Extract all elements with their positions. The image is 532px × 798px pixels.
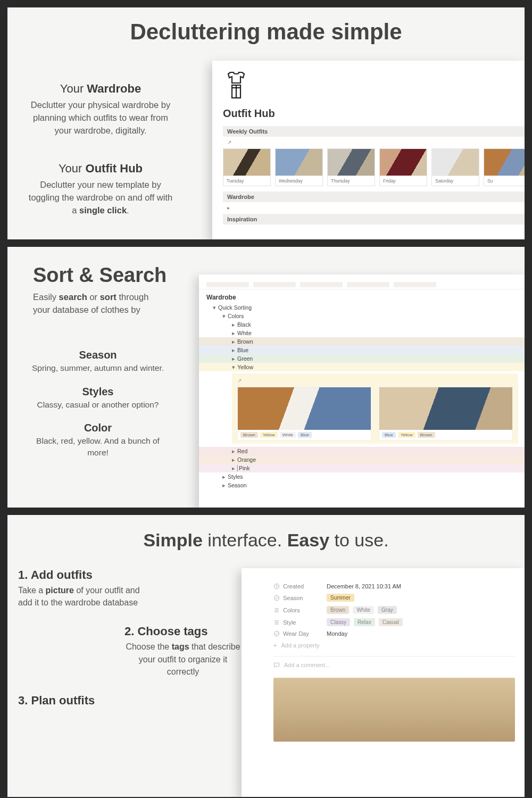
color-node[interactable]: ▸White	[199, 329, 525, 337]
day-card[interactable]: Friday	[379, 148, 427, 186]
expand-icon[interactable]: ↗	[237, 378, 513, 384]
day-card[interactable]: Tuesday	[223, 148, 271, 186]
day-card[interactable]: Su	[484, 148, 525, 186]
block-outfit-hub: Your Outfit Hub Declutter your new templ…	[26, 162, 175, 217]
tag-chip: White	[353, 606, 374, 614]
prop-wear-day[interactable]: Wear Day Monday	[273, 628, 515, 639]
section-wardrobe[interactable]: Wardrobe	[223, 192, 525, 202]
step-choose-tags: 2. Choose tags Choose the tags that desc…	[124, 625, 236, 678]
tag-chip: Casual	[379, 618, 403, 626]
tag-chip: Yellow	[260, 432, 278, 438]
color-node[interactable]: ▸Orange	[199, 455, 525, 464]
tab-strip	[199, 282, 525, 289]
comment-icon	[273, 662, 280, 668]
app-wardrobe-window: Wardrobe ▾Quick Sorting ▾Colors ▸Black ▸…	[199, 275, 525, 508]
tag-row: Blue Yellow Brown	[379, 430, 512, 440]
svg-point-4	[275, 595, 279, 600]
color-node[interactable]: ▸Red	[199, 447, 525, 455]
tag-chip: Blue	[382, 432, 396, 438]
tag-chip: Gray	[378, 606, 397, 614]
tag-summer: Summer	[327, 594, 354, 602]
tag-row: Brown Yellow White Blue	[238, 430, 371, 440]
outfit-thumbnail	[379, 387, 512, 430]
tab-ghost[interactable]	[253, 282, 296, 287]
tag-chip: Classy	[327, 618, 350, 626]
tab-ghost[interactable]	[206, 282, 249, 287]
steps-column: 1. Add outfits Take a picture of your ou…	[18, 568, 236, 724]
app-outfit-hub-window: Outfit Hub Weekly Outfits ↗ Tuesday Wedn…	[212, 61, 525, 239]
color-node[interactable]: ▸Pink	[199, 464, 525, 472]
block-wardrobe-body: Declutter your physical wardrobe by plan…	[26, 99, 175, 137]
tag-chip: Blue	[298, 432, 312, 438]
cat-season: Season Spring, summer, autumn and winter…	[29, 349, 167, 374]
category-list: Season Spring, summer, autumn and winter…	[29, 337, 167, 459]
outfit-thumbnail	[238, 387, 371, 430]
select-icon	[273, 595, 280, 601]
block-outfit-hub-body: Declutter your new template by toggling …	[26, 179, 175, 217]
yellow-results: ↗ Brown Yellow White Blue	[232, 373, 518, 444]
cat-styles: Styles Classy, casual or another option?	[29, 386, 167, 411]
panel3-title: Simple interface. Easy to use.	[7, 515, 525, 551]
block-outfit-hub-heading: Your Outfit Hub	[26, 162, 175, 176]
color-node[interactable]: ▸Brown	[199, 337, 525, 346]
add-property-button[interactable]: + Add a property	[273, 639, 515, 656]
quick-sorting-tree: ▾Quick Sorting ▾Colors ▸Black ▸White ▸Br…	[199, 303, 525, 489]
tag-chip: Yellow	[398, 432, 415, 438]
panel-decluttering: Decluttering made simple Your Wardrobe D…	[7, 7, 525, 239]
node-styles[interactable]: ▸Styles	[199, 472, 525, 481]
tag-chip: White	[280, 432, 296, 438]
tag-chip: Brown	[418, 432, 435, 438]
outfit-icon	[223, 70, 525, 102]
panel1-title: Decluttering made simple	[7, 7, 525, 45]
outfit-card[interactable]: Blue Yellow Brown	[379, 387, 513, 440]
color-node[interactable]: ▸Blue	[199, 346, 525, 354]
section-weekly-outfits[interactable]: Weekly Outfits	[223, 126, 525, 137]
clock-icon	[273, 583, 280, 589]
section-inspiration[interactable]: Inspiration	[223, 214, 525, 225]
node-quick-sorting[interactable]: ▾Quick Sorting	[199, 303, 525, 312]
tag-chip: Brown	[240, 432, 258, 438]
day-card[interactable]: Saturday	[431, 148, 479, 186]
step-add-outfits: 1. Add outfits Take a picture of your ou…	[18, 568, 236, 609]
node-season[interactable]: ▸Season	[199, 481, 525, 489]
panel1-left-column: Your Wardrobe Declutter your physical wa…	[26, 82, 175, 217]
prop-style[interactable]: Style Classy Relax Casual	[273, 616, 515, 628]
tag-chip: Relax	[354, 618, 375, 626]
day-card[interactable]: Thursday	[327, 148, 375, 186]
app-title: Outfit Hub	[223, 107, 525, 120]
prop-created: Created December 8, 2021 10:31 AM	[273, 581, 515, 592]
prop-season[interactable]: Season Summer	[273, 592, 515, 604]
panel2-lead: Easily search or sort through your datab…	[7, 291, 167, 317]
plus-icon: +	[273, 642, 277, 649]
block-wardrobe: Your Wardrobe Declutter your physical wa…	[26, 82, 175, 137]
node-colors[interactable]: ▾Colors	[199, 312, 525, 320]
expand-icon[interactable]: ↗	[223, 138, 236, 148]
outfit-card[interactable]: Brown Yellow White Blue	[237, 387, 371, 440]
svg-point-5	[275, 631, 279, 636]
tag-chip: Brown	[327, 606, 349, 614]
select-icon	[273, 630, 280, 637]
multiselect-icon	[273, 607, 280, 613]
tab-ghost[interactable]	[300, 282, 343, 287]
tab-ghost[interactable]	[347, 282, 389, 287]
color-node[interactable]: ▸Green	[199, 354, 525, 363]
color-node-expanded[interactable]: ▾Yellow	[199, 363, 525, 371]
multiselect-icon	[273, 619, 280, 626]
tab-ghost[interactable]	[394, 282, 436, 287]
collapse-icon[interactable]: ▸	[223, 204, 234, 214]
day-card[interactable]: Wednesday	[275, 148, 323, 186]
block-wardrobe-heading: Your Wardrobe	[26, 82, 175, 96]
panel-simple-interface: Simple interface. Easy to use. 1. Add ou…	[7, 515, 525, 797]
add-comment-input[interactable]: Add a comment...	[273, 656, 515, 678]
wardrobe-heading: Wardrobe	[199, 289, 525, 303]
cat-color: Color Black, red, yellow. And a bunch of…	[29, 422, 167, 458]
color-node[interactable]: ▸Black	[199, 320, 525, 329]
step-plan-outfits: 3. Plan outfits	[18, 694, 236, 708]
app-properties-window: Created December 8, 2021 10:31 AM Season…	[242, 568, 525, 797]
weekly-outfit-row: Tuesday Wednesday Thursday Friday Saturd…	[223, 148, 525, 192]
prop-colors[interactable]: Colors Brown White Gray	[273, 604, 515, 616]
panel-sort-search: Sort & Search Easily search or sort thro…	[7, 247, 525, 508]
outfit-photo	[273, 678, 515, 742]
